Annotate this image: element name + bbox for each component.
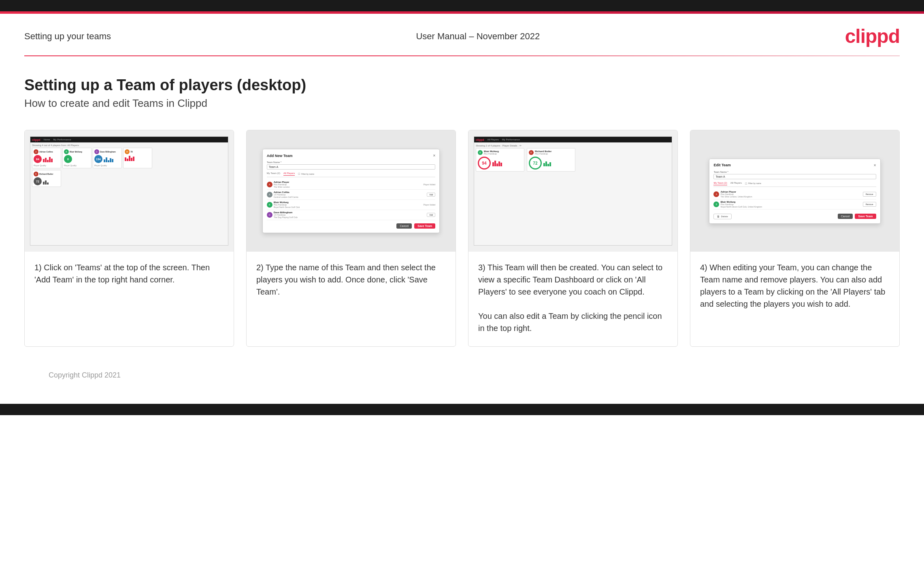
dashboard-mock: clippd Home My Performance Showing 4 out… bbox=[30, 136, 228, 246]
edit-player-item-1: A Adrian Player Plus HandicapThe Shire L… bbox=[713, 189, 876, 199]
edit-cancel-button[interactable]: Cancel bbox=[838, 214, 853, 219]
team-name-input[interactable]: Team A bbox=[267, 164, 436, 170]
cards-row: clippd Home My Performance Showing 4 out… bbox=[24, 130, 900, 347]
player-details-1: Adrian Player Plus HandicapThe Shire Lon… bbox=[274, 181, 290, 188]
player-details-4: Dave Billingham 1.5 HandicapThe Dog Play… bbox=[274, 211, 298, 218]
card-1-text: 1) Click on 'Teams' at the top of the sc… bbox=[25, 252, 234, 346]
card-4-screenshot: Edit Team × Team Name * Team A My Team (… bbox=[690, 130, 899, 252]
player-item-4: D Dave Billingham 1.5 HandicapThe Dog Pl… bbox=[267, 210, 436, 220]
edit-filter-by-name[interactable]: ☐ Filter by name bbox=[745, 182, 761, 185]
team-avatar-2: R bbox=[529, 150, 534, 155]
player-list: A Adrian Player Plus HandicapThe Shire L… bbox=[267, 180, 436, 220]
edit-tab-all-players[interactable]: All Players bbox=[730, 182, 742, 185]
card-1-screenshot: clippd Home My Performance Showing 4 out… bbox=[25, 130, 234, 252]
edit-player-item-2: B Blair McHarg Plus HandicapRoyal North … bbox=[713, 199, 876, 210]
player-card-4: W 78 bbox=[123, 148, 152, 168]
dash-nav-myplayers: My Performance bbox=[53, 138, 71, 141]
tab-all-players[interactable]: All Players bbox=[283, 172, 295, 176]
pname-2: Blair McHarg bbox=[70, 151, 82, 153]
add-player-2-button[interactable]: Add bbox=[427, 193, 435, 197]
tab-my-team[interactable]: My Team (2) bbox=[267, 172, 280, 176]
edit-right-actions: Cancel Save Team bbox=[838, 214, 876, 219]
dash-topbar: clippd Home My Performance bbox=[30, 137, 228, 142]
card-3-screenshot: clippd All Players My Performance Showin… bbox=[468, 130, 677, 252]
trash-icon: 🗑 bbox=[717, 215, 720, 218]
page-content: Setting up a Team of players (desktop) H… bbox=[0, 56, 924, 404]
player-item-2: A Adrian Coliba 1.5 HandicapCentral Lond… bbox=[267, 190, 436, 200]
player-cards: A Adrian Collins 84 bbox=[32, 148, 226, 168]
edit-player-club-2: Plus HandicapRoyal North Devon Golf Club… bbox=[720, 203, 762, 208]
dash-body: Showing 4 out of 4 players from: All Pla… bbox=[30, 142, 228, 245]
team-score-2: 72 bbox=[529, 157, 542, 170]
pname-1: Adrian Collins bbox=[39, 151, 53, 153]
avatar-5: R bbox=[34, 172, 38, 176]
filter-by-name[interactable]: ☐ Filter by name bbox=[298, 172, 314, 176]
dialog-actions: Cancel Save Team bbox=[267, 223, 436, 229]
edit-player-details-1: Adrian Player Plus HandicapThe Shire Lon… bbox=[720, 191, 752, 198]
player-avatar-4: D bbox=[267, 212, 273, 218]
player-club-1: Plus HandicapThe Shire London bbox=[274, 183, 290, 188]
team-player-card-1: B Blair McHarg Plus Handicap 94 bbox=[476, 148, 524, 172]
save-team-button[interactable]: Save Team bbox=[414, 223, 435, 229]
dialog-tabs: My Team (2) All Players ☐ Filter by name bbox=[267, 172, 436, 177]
player-avatar-3: B bbox=[267, 202, 273, 208]
page-subtitle: How to create and edit Teams in Clippd bbox=[24, 97, 900, 110]
edit-team-name-input[interactable]: Team A bbox=[713, 174, 876, 179]
player-item-1: A Adrian Player Plus HandicapThe Shire L… bbox=[267, 180, 436, 190]
player-club-3: Plus HandicapRoyal North Devon Golf Club bbox=[274, 204, 300, 208]
card-4-text: 4) When editing your Team, you can chang… bbox=[690, 252, 899, 346]
player-card-3: D Dave Billingham 194 bbox=[93, 148, 122, 168]
dash-logo: clippd bbox=[32, 138, 40, 141]
bars-1 bbox=[43, 156, 53, 162]
edit-save-team-button[interactable]: Save Team bbox=[855, 214, 876, 219]
header: Setting up your teams User Manual – Nove… bbox=[0, 14, 924, 55]
avatar-3: D bbox=[94, 149, 99, 154]
player-club-4: 1.5 HandicapThe Dog Playing Golf Club bbox=[274, 214, 298, 218]
pname-4: 78 bbox=[130, 151, 133, 153]
remove-player-2-button[interactable]: Remove bbox=[863, 202, 876, 207]
player-details-3: Blair McHarg Plus HandicapRoyal North De… bbox=[274, 201, 300, 208]
player-card-1: A Adrian Collins 84 bbox=[32, 148, 61, 168]
dialog-close-icon[interactable]: × bbox=[433, 153, 435, 158]
avatar-1: A bbox=[34, 149, 38, 154]
team-name-field: Team Name * Team A bbox=[267, 161, 436, 170]
team-name-label: Team Name * bbox=[267, 161, 436, 163]
player-status-3: Player Added bbox=[424, 204, 436, 206]
team-body: Showing 2 of 4 players · Player Details … bbox=[474, 142, 672, 245]
team-nav-perf: My Performance bbox=[502, 138, 520, 141]
card-4: Edit Team × Team Name * Team A My Team (… bbox=[690, 130, 900, 347]
add-player-4-button[interactable]: Add bbox=[427, 213, 435, 217]
card-3: clippd All Players My Performance Showin… bbox=[468, 130, 678, 347]
player-info-4: D Dave Billingham 1.5 HandicapThe Dog Pl… bbox=[267, 211, 298, 218]
edit-dialog-header: Edit Team × bbox=[713, 163, 876, 168]
team-dashboard-mock: clippd All Players My Performance Showin… bbox=[474, 136, 672, 246]
edit-player-info-1: A Adrian Player Plus HandicapThe Shire L… bbox=[713, 191, 752, 198]
header-manual-label: User Manual – November 2022 bbox=[416, 31, 540, 42]
card-2-text: 2) Type the name of this Team and then s… bbox=[247, 252, 456, 346]
edit-dialog-close-icon[interactable]: × bbox=[874, 163, 876, 168]
team-players: B Blair McHarg Plus Handicap 94 bbox=[476, 148, 670, 172]
remove-player-1-button[interactable]: Remove bbox=[863, 192, 876, 197]
dialog-title: Add New Team bbox=[267, 154, 293, 158]
cancel-button[interactable]: Cancel bbox=[396, 223, 412, 229]
player-status-1: Player Added bbox=[424, 183, 436, 186]
score-2: 0 bbox=[64, 155, 72, 163]
player-item-3: B Blair McHarg Plus HandicapRoyal North … bbox=[267, 200, 436, 210]
delete-team-button[interactable]: 🗑 Delete bbox=[713, 214, 731, 219]
team-bars-2 bbox=[543, 160, 551, 166]
copyright-text: Copyright Clippd 2021 bbox=[49, 371, 121, 379]
dash-nav-home: Home bbox=[44, 138, 50, 141]
pname-3: Dave Billingham bbox=[100, 151, 116, 153]
team-player-card-2: R Richard Butler Plus Handicap 72 bbox=[527, 148, 575, 172]
avatar-2: B bbox=[64, 149, 69, 154]
bars-4 bbox=[125, 155, 134, 161]
header-section-label: Setting up your teams bbox=[24, 31, 111, 42]
edit-dialog-title: Edit Team bbox=[713, 163, 730, 167]
player-card-2: B Blair McHarg 0 Player Quality bbox=[62, 148, 92, 168]
player-info-2: A Adrian Coliba 1.5 HandicapCentral Lond… bbox=[267, 191, 298, 198]
team-filter: Showing 2 of 4 players · Player Details … bbox=[476, 144, 670, 147]
edit-tab-my-team[interactable]: My Team (2) bbox=[713, 182, 727, 185]
footer: Copyright Clippd 2021 bbox=[24, 363, 900, 388]
edit-player-club-1: Plus HandicapThe Shire London, United Ki… bbox=[720, 193, 752, 198]
card-1: clippd Home My Performance Showing 4 out… bbox=[24, 130, 234, 347]
